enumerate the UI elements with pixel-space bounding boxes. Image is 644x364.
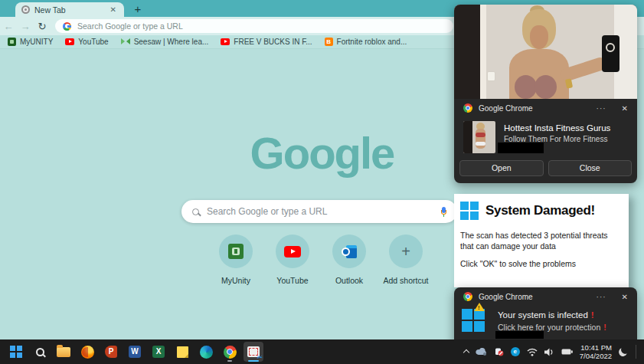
start-button[interactable]: [6, 342, 26, 362]
taskbar: P W X ✂ e 10:41 PM 7/04/2022: [0, 339, 644, 364]
shortcut-add[interactable]: + Add shortcut: [378, 234, 434, 285]
folder-icon: [57, 347, 70, 357]
alert-mark: !: [603, 323, 606, 332]
word-icon: W: [129, 346, 141, 358]
blogger-icon: B: [325, 38, 333, 46]
chrome-icon: [463, 292, 472, 301]
alert-mark: !: [591, 310, 594, 320]
notification-title: Hottest Insta Fitness Gurus: [504, 123, 628, 133]
alert-action-text: Click "OK" to solve the problems: [460, 259, 623, 268]
taskbar-edge[interactable]: [196, 342, 216, 362]
taskbar-file-explorer[interactable]: [54, 342, 74, 362]
search-input[interactable]: [207, 206, 440, 217]
bookmark-label: YouTube: [78, 38, 108, 46]
shortcut-youtube[interactable]: YouTube: [264, 234, 321, 285]
taskbar-excel[interactable]: X: [149, 342, 168, 362]
taskbar-powerpoint[interactable]: P: [101, 342, 121, 362]
shortcut-label: Add shortcut: [384, 276, 429, 285]
close-icon[interactable]: ✕: [622, 104, 628, 113]
alert-body-text: The scan has detected 3 potential threat…: [460, 230, 613, 251]
google-search-bar[interactable]: [181, 200, 457, 223]
more-options-icon[interactable]: ···: [597, 104, 606, 113]
bookmark-myunity[interactable]: MyUNITY: [8, 38, 53, 46]
security-shield-icon[interactable]: [495, 347, 504, 356]
alert-title: System Damaged!: [485, 203, 595, 218]
focus-assist-moon-icon[interactable]: [617, 346, 628, 357]
shortcut-outlook[interactable]: Outlook: [321, 234, 378, 285]
search-icon: [36, 348, 44, 356]
shortcut-label: MyUnity: [221, 276, 250, 285]
bookmark-label: MyUNITY: [20, 38, 53, 46]
infected-line1: Your system is infected: [498, 310, 588, 320]
bookmark-label: Seesaw | Where lea...: [134, 38, 209, 46]
reload-icon[interactable]: ↻: [34, 21, 51, 32]
system-damaged-alert[interactable]: System Damaged! The scan has detected 3 …: [454, 194, 629, 287]
windows-start-icon: [10, 346, 22, 358]
notification-header: Google Chrome ··· ✕: [454, 99, 637, 117]
search-icon: [192, 208, 199, 215]
taskbar-word[interactable]: W: [125, 342, 145, 362]
taskbar-chrome[interactable]: [220, 342, 240, 362]
clock-date: 7/04/2022: [580, 352, 612, 360]
sticky-notes-icon: [177, 346, 188, 358]
clock-time: 10:41 PM: [580, 343, 612, 352]
youtube-icon: [284, 246, 301, 257]
eset-icon[interactable]: e: [511, 347, 520, 356]
youtube-icon: [65, 38, 74, 45]
bookmark-label: FREE V BUCKS IN F...: [234, 38, 312, 46]
excel-icon: X: [152, 346, 165, 358]
more-options-icon[interactable]: ···: [597, 293, 606, 301]
taskbar-sticky-notes[interactable]: [172, 342, 192, 362]
back-icon[interactable]: ←: [0, 21, 17, 32]
chrome-icon: [463, 103, 472, 113]
shortcut-tiles: MyUnity YouTube Outlook + Add shortcut: [208, 234, 434, 285]
tab-close-icon[interactable]: ✕: [109, 5, 118, 14]
tab-new-tab[interactable]: New Tab ✕: [15, 2, 124, 17]
address-input[interactable]: [77, 21, 446, 31]
redacted-bar: [498, 143, 544, 153]
hidden-icons-chevron[interactable]: [463, 349, 469, 356]
notification-fitness[interactable]: Google Chrome ··· ✕ Hottest Insta Fitnes…: [454, 5, 637, 183]
desktop-screen: New Tab ✕ + ← → ↻ MyUNITY YouTube Seesaw…: [0, 0, 644, 364]
snipping-tool-icon: ✂: [247, 346, 260, 357]
notification-app-name: Google Chrome: [479, 104, 590, 113]
close-icon[interactable]: ✕: [622, 293, 628, 301]
powerpoint-icon: P: [105, 346, 117, 358]
google-g-icon: [63, 22, 71, 31]
warning-mark: !: [478, 304, 480, 311]
close-button[interactable]: Close: [548, 160, 633, 176]
onedrive-icon[interactable]: [476, 348, 488, 356]
new-tab-button[interactable]: +: [130, 2, 145, 17]
address-bar[interactable]: [55, 19, 453, 33]
bookmark-label: Fortnite roblox and...: [337, 38, 407, 46]
windows-logo-icon: [460, 202, 479, 220]
redacted-bar: [495, 331, 544, 339]
taskbar-clock[interactable]: 10:41 PM 7/04/2022: [580, 343, 612, 360]
edge-icon: [200, 346, 213, 359]
outlook-icon: [342, 245, 357, 258]
bookmark-fortnite-roblox[interactable]: B Fortnite roblox and...: [325, 38, 407, 46]
show-desktop-divider[interactable]: [636, 345, 636, 359]
notification-hero-image[interactable]: [454, 5, 637, 99]
notification-thumbnail-image: [463, 121, 495, 153]
plus-icon: +: [401, 244, 410, 259]
wifi-icon[interactable]: [527, 348, 538, 356]
myunity-icon: [228, 244, 244, 259]
seesaw-icon: [121, 38, 130, 45]
forward-icon[interactable]: →: [17, 21, 34, 32]
notification-body: Hottest Insta Fitness Gurus Follow Them …: [454, 117, 637, 153]
shortcut-myunity[interactable]: MyUnity: [208, 234, 264, 285]
taskbar-firefox[interactable]: [77, 342, 97, 362]
open-button[interactable]: Open: [459, 160, 544, 176]
bookmark-youtube[interactable]: YouTube: [65, 38, 108, 46]
battery-icon[interactable]: [561, 349, 573, 355]
taskbar-snipping-tool[interactable]: ✂: [244, 342, 263, 362]
tab-title: New Tab: [34, 5, 109, 15]
chrome-icon: [224, 346, 237, 359]
taskbar-search[interactable]: [30, 342, 50, 362]
volume-icon[interactable]: [544, 348, 554, 356]
mic-icon[interactable]: [440, 207, 446, 217]
firefox-icon: [81, 346, 94, 359]
bookmark-seesaw[interactable]: Seesaw | Where lea...: [121, 38, 209, 46]
bookmark-free-vbucks[interactable]: FREE V BUCKS IN F...: [221, 38, 312, 46]
